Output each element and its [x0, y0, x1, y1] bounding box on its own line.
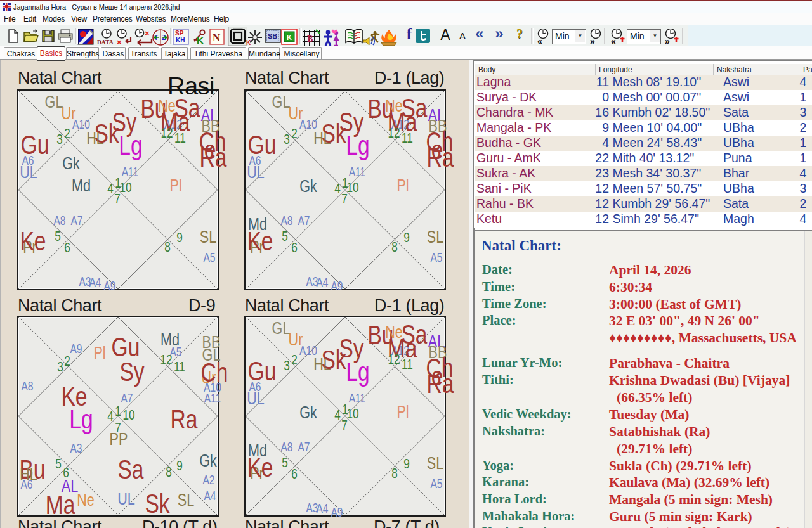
svg-text:»: » — [590, 36, 595, 46]
svg-text:KH: KH — [176, 37, 185, 44]
svg-text:K: K — [246, 39, 251, 46]
svg-text:N: N — [213, 32, 221, 44]
svg-text:B: B — [307, 34, 313, 44]
svg-text:»: » — [665, 36, 670, 46]
svg-text:K: K — [287, 34, 292, 41]
svg-text:«: « — [537, 36, 542, 46]
svg-text:«: « — [611, 36, 616, 46]
svg-text:×: × — [145, 29, 150, 38]
svg-text:SB: SB — [268, 32, 277, 40]
svg-text:SP: SP — [175, 30, 184, 37]
svg-text:×: × — [117, 37, 122, 46]
svg-text:K: K — [197, 35, 204, 45]
svg-text:DATA: DATA — [97, 39, 114, 46]
